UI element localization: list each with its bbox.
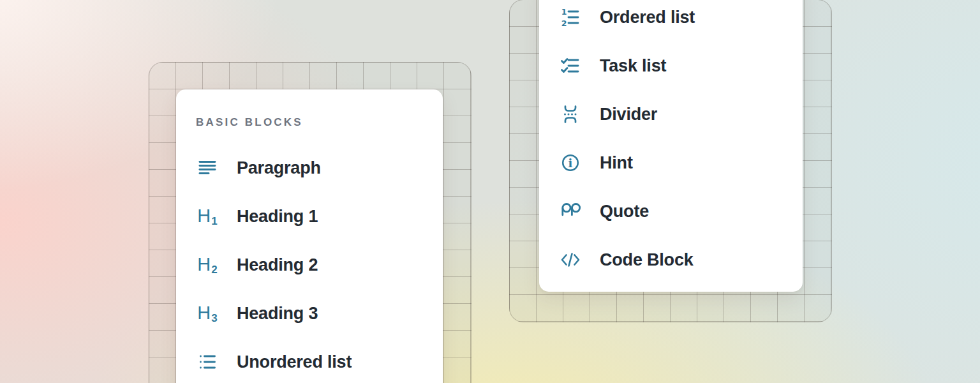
task-list-icon bbox=[559, 54, 582, 77]
menu-item-code-block[interactable]: Code Block bbox=[539, 236, 803, 284]
svg-text:1: 1 bbox=[561, 7, 567, 17]
hint-icon: i bbox=[559, 151, 582, 174]
paragraph-icon bbox=[196, 156, 219, 179]
unordered-list-icon bbox=[196, 350, 219, 373]
menu-item-paragraph[interactable]: Paragraph bbox=[176, 144, 443, 192]
menu-item-label: Paragraph bbox=[237, 158, 321, 178]
promo-canvas: BASIC BLOCKS ParagraphH1Heading 1H2Headi… bbox=[0, 0, 980, 383]
heading-1-icon: H1 bbox=[196, 205, 219, 228]
menu-item-label: Hint bbox=[600, 153, 633, 173]
basic-blocks-item-list: ParagraphH1Heading 1H2Heading 2H3Heading… bbox=[176, 144, 443, 383]
insert-blocks-menu-card: 1 2 Ordered list Task list Divider i Hin… bbox=[539, 0, 803, 292]
menu-item-ordered-list[interactable]: 1 2 Ordered list bbox=[539, 0, 803, 41]
menu-item-label: Ordered list bbox=[600, 8, 695, 27]
divider-icon bbox=[559, 103, 582, 126]
code-block-icon bbox=[559, 248, 582, 271]
menu-item-heading-2[interactable]: H2Heading 2 bbox=[176, 241, 443, 289]
quote-icon bbox=[559, 200, 582, 223]
basic-blocks-menu-card: BASIC BLOCKS ParagraphH1Heading 1H2Headi… bbox=[176, 89, 443, 383]
menu-item-heading-3[interactable]: H3Heading 3 bbox=[176, 289, 443, 338]
section-header-basic-blocks: BASIC BLOCKS bbox=[196, 115, 443, 130]
menu-item-unordered-list[interactable]: Unordered list bbox=[176, 338, 443, 383]
heading-2-icon: H2 bbox=[196, 253, 219, 276]
menu-item-label: Quote bbox=[600, 202, 649, 222]
menu-item-label: Unordered list bbox=[237, 352, 352, 372]
menu-item-divider[interactable]: Divider bbox=[539, 90, 803, 139]
insert-blocks-item-list: 1 2 Ordered list Task list Divider i Hin… bbox=[539, 0, 803, 284]
menu-item-quote[interactable]: Quote bbox=[539, 187, 803, 236]
menu-item-label: Heading 2 bbox=[237, 255, 318, 275]
menu-item-label: Heading 1 bbox=[237, 207, 318, 227]
menu-item-task-list[interactable]: Task list bbox=[539, 41, 803, 90]
heading-3-icon: H3 bbox=[196, 302, 219, 325]
menu-item-label: Divider bbox=[600, 105, 657, 124]
svg-text:2: 2 bbox=[561, 19, 567, 28]
menu-item-label: Heading 3 bbox=[237, 304, 318, 324]
menu-item-label: Task list bbox=[600, 56, 666, 76]
ordered-list-icon: 1 2 bbox=[559, 6, 582, 29]
svg-text:i: i bbox=[568, 156, 573, 170]
menu-item-label: Code Block bbox=[600, 250, 694, 270]
menu-item-heading-1[interactable]: H1Heading 1 bbox=[176, 192, 443, 241]
menu-item-hint[interactable]: i Hint bbox=[539, 139, 803, 187]
